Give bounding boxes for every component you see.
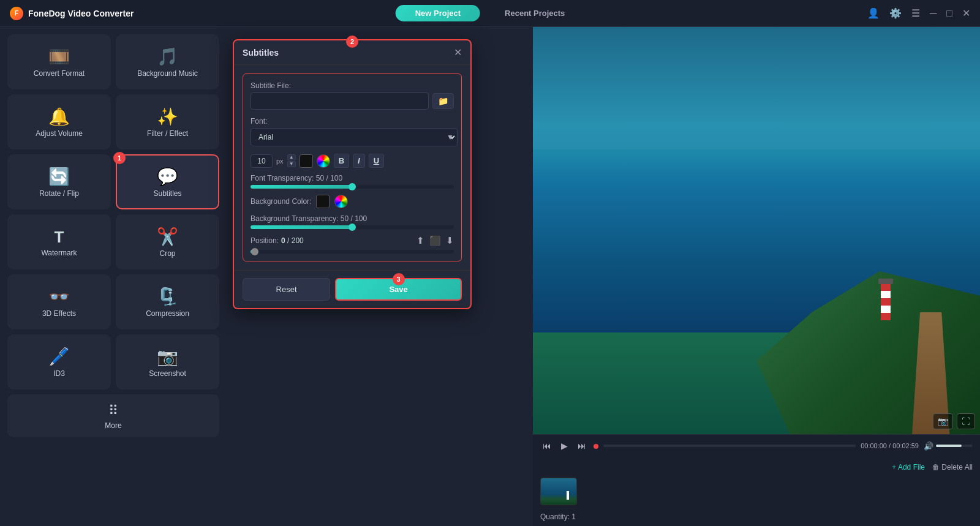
sidebar-item-label: Screenshot [149,369,186,378]
bg-color-row: Background Color: [251,195,454,208]
sidebar-item-adjust-volume[interactable]: 🔔 Adjust Volume [7,94,111,149]
nav-tabs: New Project Recent Projects [396,5,585,21]
subtitles-badge: 1 [113,152,126,164]
add-file-button[interactable]: + Add File [892,463,925,472]
timeline-bar[interactable] [603,445,856,447]
dialog-header: Subtitles 2 ✕ [234,40,470,65]
skip-back-button[interactable]: ⏮ [540,440,554,452]
sidebar-item-3d-effects[interactable]: 👓 3D Effects [7,274,111,329]
maximize-button[interactable]: □ [946,8,952,19]
volume-slider[interactable] [936,445,973,447]
underline-button[interactable]: U [369,154,384,168]
sidebar-item-compression[interactable]: 🗜️ Compression [116,274,219,329]
sidebar-item-rotate-flip[interactable]: 🔄 Rotate / Flip [7,154,111,209]
sidebar-item-more[interactable]: ⠿ More [7,394,219,437]
font-size-input[interactable] [251,154,273,168]
settings-icon[interactable]: ⚙️ [889,7,902,19]
dialog-badge: 2 [346,36,358,48]
font-size-spinners: ▲ ▼ [287,154,296,167]
dialog-title: Subtitles [243,48,279,58]
sidebar-item-label: Convert Format [34,69,85,78]
sidebar-item-filter-effect[interactable]: ✨ Filter / Effect [116,94,219,149]
dialog-close-button[interactable]: ✕ [454,47,462,58]
save-button[interactable]: 3 Save [335,278,462,301]
sidebar-item-label: Adjust Volume [36,129,83,138]
position-value: 0 / 200 [281,236,304,245]
video-scene [533,27,980,434]
align-bottom-icon[interactable]: ⬇ [446,235,454,246]
font-color-picker-button[interactable] [317,154,330,168]
menu-icon[interactable]: ☰ [911,7,920,19]
font-transparency-slider[interactable] [251,185,454,189]
sidebar-item-background-music[interactable]: 🎵 Background Music [116,34,219,89]
delete-all-button[interactable]: 🗑 Delete All [932,463,973,472]
fullscreen-overlay-button[interactable]: ⛶ [957,413,975,429]
play-button[interactable]: ▶ [559,440,570,452]
screenshot-overlay-button[interactable]: 📷 [933,413,953,429]
volume-fill [936,445,962,447]
bg-transparency-label: Background Transparency: 50 / 100 [251,214,454,223]
file-thumbnail[interactable] [540,478,577,505]
bold-button[interactable]: B [334,154,349,168]
new-project-tab[interactable]: New Project [396,5,480,21]
video-overlay-buttons: 📷 ⛶ [933,413,975,429]
watermark-icon: T [55,229,64,245]
sidebar: 🎞️ Convert Format 🎵 Background Music 🔔 A… [0,27,227,526]
font-options-row: px ▲ ▼ B I U [251,154,454,168]
sidebar-item-crop[interactable]: ✂️ Crop [116,214,219,269]
minimize-button[interactable]: ─ [930,8,937,19]
screenshot-icon: 📷 [157,348,178,366]
bg-transparency-slider[interactable] [251,225,454,229]
right-panel: 📷 ⛶ ⏮ ▶ ⏭ 00:00:00 / 00:02:59 🔊 [533,27,980,526]
window-controls: 👤 ⚙️ ☰ ─ □ ✕ [867,7,970,19]
main-layout: 🎞️ Convert Format 🎵 Background Music 🔔 A… [0,27,980,526]
user-icon[interactable]: 👤 [867,7,880,19]
recent-projects-tab[interactable]: Recent Projects [485,5,584,21]
rotate-flip-icon: 🔄 [48,168,70,186]
sidebar-item-subtitles[interactable]: 1 💬 Subtitles [116,154,219,209]
italic-button[interactable]: I [353,154,365,168]
browse-file-button[interactable]: 📁 [432,93,454,109]
sidebar-item-label: Filter / Effect [147,129,188,138]
sidebar-item-label: More [105,421,121,430]
close-button[interactable]: ✕ [962,7,970,19]
sidebar-item-watermark[interactable]: T Watermark [7,214,111,269]
title-bar: F FoneDog Video Converter New Project Re… [0,0,980,27]
bg-color-picker-button[interactable] [334,195,348,208]
app-title: FoneDog Video Converter [28,9,134,18]
sidebar-item-screenshot[interactable]: 📷 Screenshot [116,334,219,389]
adjust-volume-icon: 🔔 [48,108,70,126]
volume-icon[interactable]: 🔊 [924,441,933,451]
crop-icon: ✂️ [157,228,178,246]
sidebar-item-id3[interactable]: 🖊️ ID3 [7,334,111,389]
sidebar-item-label: Rotate / Flip [39,189,79,198]
skip-forward-button[interactable]: ⏭ [575,440,589,452]
sidebar-item-label: Background Music [137,69,198,78]
bg-color-black-button[interactable] [316,195,330,208]
app-logo: F FoneDog Video Converter [10,7,134,20]
quantity-label: Quantity: 1 [540,513,576,521]
font-select-row: Arial ▼ [251,128,454,146]
align-top-icon[interactable]: ⬆ [417,235,424,246]
sidebar-item-label: 3D Effects [42,309,76,318]
align-center-icon[interactable]: ⬛ [429,235,441,246]
3d-effects-icon: 👓 [48,288,70,306]
font-select[interactable]: Arial [251,128,458,146]
sidebar-item-convert-format[interactable]: 🎞️ Convert Format [7,34,111,89]
subtitle-file-label: Subtitle File: [251,81,454,90]
video-preview: 📷 ⛶ [533,27,980,434]
dialog-footer: Reset 3 Save [234,270,470,308]
record-indicator [594,441,598,451]
font-size-down-button[interactable]: ▼ [287,161,296,167]
reset-button[interactable]: Reset [243,278,330,301]
file-thumbnails [533,475,980,510]
position-label: Position: [251,236,279,245]
volume-control: 🔊 [924,441,973,451]
subtitle-file-input[interactable] [251,92,429,110]
font-color-black-button[interactable] [300,154,313,168]
logo-icon: F [10,7,23,20]
sidebar-item-label: ID3 [53,369,65,378]
font-row: Font: Arial ▼ [251,117,454,146]
position-slider[interactable] [251,250,454,254]
font-size-up-button[interactable]: ▲ [287,154,296,160]
